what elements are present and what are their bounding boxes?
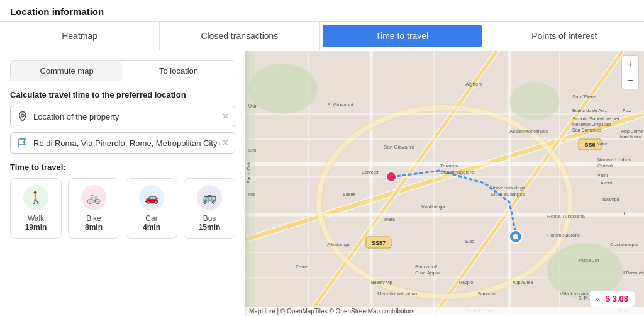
- svg-text:Beauty Vip: Beauty Vip: [371, 280, 392, 285]
- sub-tab-commute-map[interactable]: Commute map: [11, 61, 123, 81]
- svg-text:Via Albenga: Via Albenga: [421, 205, 445, 210]
- bus-label: Bus: [188, 214, 231, 223]
- tab-bar: Heatmap Closed transactions Time to trav…: [0, 21, 644, 50]
- to-input[interactable]: [33, 138, 220, 148]
- svg-text:S. Giovanni: S. Giovanni: [327, 102, 353, 108]
- svg-text:Baronio: Baronio: [478, 291, 496, 296]
- svg-text:Macedonia/Latina: Macedonia/Latina: [377, 291, 418, 296]
- location-pin-icon: [17, 111, 28, 122]
- zoom-in-button[interactable]: +: [622, 56, 638, 72]
- from-input[interactable]: [33, 112, 220, 121]
- svg-text:Hop Corner: Hop Corner: [621, 129, 644, 134]
- svg-text:Casalmaggiore: Casalmaggiore: [440, 169, 474, 175]
- svg-text:T: T: [623, 210, 626, 216]
- content-area: Commute map To location Calculate travel…: [0, 50, 644, 316]
- svg-text:Parco Celio: Parco Celio: [247, 161, 251, 183]
- from-input-row: ×: [10, 106, 235, 127]
- svg-text:Università degli: Università degli: [491, 185, 525, 191]
- transport-card-car: 🚗 Car 4min: [126, 178, 177, 239]
- transport-grid: 🚶 Walk 19min 🚲 Bike 8min 🚗 Car 4min 🚌 B: [10, 178, 235, 239]
- car-icon-circle: 🚗: [139, 185, 164, 210]
- sub-tab-bar: Commute map To location: [10, 60, 235, 81]
- svg-text:Alghero: Alghero: [465, 81, 483, 87]
- zoom-out-button[interactable]: −: [622, 72, 638, 89]
- svg-text:Sch: Sch: [248, 148, 256, 152]
- tab-heatmap[interactable]: Heatmap: [0, 22, 160, 50]
- svg-text:Otricoli: Otricoli: [597, 163, 613, 169]
- svg-text:Eldo: Eldo: [465, 239, 474, 244]
- svg-text:Sant'Elena: Sant'Elena: [572, 94, 597, 99]
- price-arrow-icon: «: [596, 294, 601, 303]
- tab-time-to-travel[interactable]: Time to travel: [323, 25, 482, 47]
- svg-text:Studi eCampus: Studi eCampus: [491, 191, 525, 197]
- transport-card-walk: 🚶 Walk 19min: [10, 178, 62, 239]
- transport-card-bike: 🚲 Bike 8min: [68, 178, 119, 239]
- svg-point-0: [21, 114, 25, 117]
- car-label: Car: [130, 214, 173, 223]
- to-input-group: ×: [10, 132, 235, 154]
- svg-text:Happio: Happio: [459, 280, 473, 285]
- to-clear-button[interactable]: ×: [223, 137, 228, 149]
- page-wrapper: Location information Heatmap Closed tran…: [0, 0, 644, 316]
- page-title: Location information: [10, 6, 104, 17]
- map-area[interactable]: SS57 SS6 S. Giovanni Alghero Sant'Elena …: [245, 50, 644, 316]
- svg-text:noli: noli: [248, 192, 255, 196]
- svg-text:Imera: Imera: [384, 217, 395, 222]
- svg-text:Pizz: Pizz: [623, 108, 631, 113]
- bike-time: 8min: [72, 223, 115, 232]
- svg-point-22: [248, 64, 318, 114]
- walk-time: 19min: [14, 223, 57, 232]
- travel-panel: Commute map To location Calculate travel…: [0, 50, 245, 316]
- walk-label: Walk: [14, 214, 57, 223]
- destination-flag-icon: [17, 137, 28, 149]
- svg-text:inStampa: inStampa: [601, 197, 619, 202]
- tab-closed-transactions[interactable]: Closed transactions: [160, 22, 319, 50]
- svg-text:Lucia Noiret: Lucia Noiret: [585, 142, 608, 146]
- zoom-controls: + −: [621, 55, 639, 89]
- svg-text:Soana: Soana: [343, 192, 355, 196]
- price-value: $ 3.08: [606, 294, 628, 303]
- svg-point-26: [513, 234, 518, 239]
- svg-text:Nocera Umbra/: Nocera Umbra/: [597, 157, 632, 162]
- svg-text:Villini: Villini: [597, 173, 608, 178]
- bike-icon-circle: 🚲: [81, 185, 106, 210]
- svg-text:Appi/Enea: Appi/Enea: [513, 280, 533, 285]
- svg-text:Zama: Zama: [296, 264, 309, 269]
- tab-points-of-interest[interactable]: Points of interest: [485, 22, 644, 50]
- sub-tab-to-location[interactable]: To location: [123, 61, 235, 81]
- svg-text:Mediatori Linguistici: Mediatori Linguistici: [572, 122, 611, 127]
- svg-text:Cerveteri: Cerveteri: [362, 170, 380, 174]
- svg-text:Assisi/Montefalco: Assisi/Montefalco: [509, 128, 549, 134]
- from-input-group: ×: [10, 106, 235, 127]
- bus-icon-circle: 🚌: [197, 185, 222, 210]
- from-clear-button[interactable]: ×: [223, 111, 228, 122]
- travel-time-label: Time to travel:: [10, 162, 235, 172]
- svg-point-24: [509, 82, 560, 120]
- svg-text:San Giovanni: San Giovanni: [384, 144, 414, 150]
- svg-text:birra bistro: birra bistro: [620, 135, 641, 139]
- to-input-row: ×: [10, 132, 235, 154]
- svg-text:Unin: Unin: [248, 104, 258, 108]
- svg-text:Baccarini/: Baccarini/: [415, 264, 438, 269]
- svg-text:Polambulatorio: Polambulatorio: [547, 232, 581, 238]
- walk-icon-circle: 🚶: [23, 185, 48, 210]
- transport-card-bus: 🚌 Bus 15min: [184, 178, 235, 239]
- svg-point-27: [386, 172, 396, 182]
- svg-text:Pizza Jet: Pizza Jet: [579, 257, 599, 263]
- svg-text:Roma Tuscolana: Roma Tuscolana: [547, 213, 586, 219]
- map-svg: SS57 SS6 S. Giovanni Alghero Sant'Elena …: [245, 50, 644, 316]
- price-badge: « $ 3.08: [589, 290, 635, 307]
- svg-text:San Domenico: San Domenico: [572, 128, 601, 132]
- bus-time: 15min: [188, 223, 231, 232]
- car-time: 4min: [130, 223, 173, 232]
- svg-text:Alessi: Alessi: [601, 181, 613, 185]
- svg-text:Albalonga: Albalonga: [327, 242, 350, 247]
- svg-text:Il Parco che non: Il Parco che non: [623, 271, 644, 275]
- svg-text:Costamagna: Costamagna: [610, 242, 639, 247]
- bike-label: Bike: [72, 214, 115, 223]
- map-attribution: MapLibre | © OpenMapTiles © OpenStreetMa…: [245, 307, 644, 316]
- svg-text:SS57: SS57: [372, 240, 386, 246]
- svg-text:Scuola Superiore per: Scuola Superiore per: [572, 116, 619, 121]
- svg-text:Edmondo de An...: Edmondo de An...: [572, 108, 608, 113]
- svg-text:C.ne Appia: C.ne Appia: [415, 270, 440, 276]
